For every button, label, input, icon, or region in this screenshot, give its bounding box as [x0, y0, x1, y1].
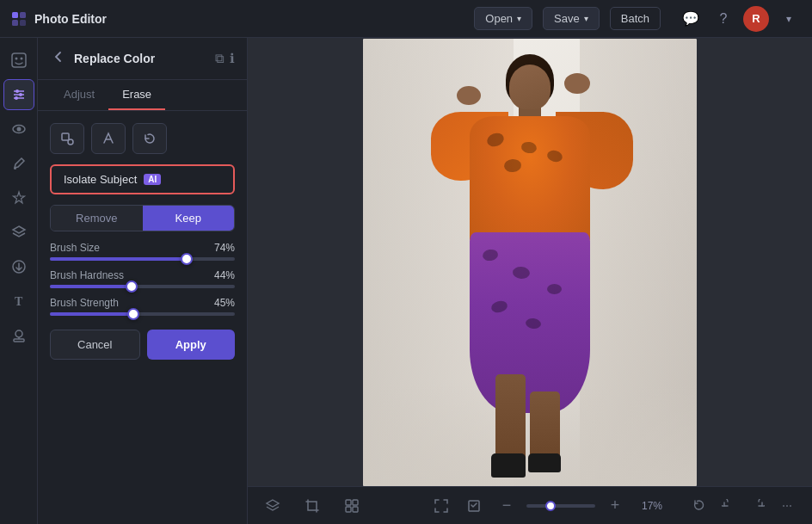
brush-tool-icon	[59, 131, 75, 146]
svg-point-12	[15, 96, 18, 100]
sidebar-layers-btn[interactable]	[3, 217, 34, 248]
svg-point-6	[20, 58, 22, 60]
photo-person	[444, 47, 616, 486]
pattern-4	[546, 148, 564, 163]
icon-sidebar: T	[0, 38, 38, 524]
open-label: Open	[485, 12, 513, 25]
apply-button[interactable]: Apply	[147, 330, 236, 360]
svg-point-19	[15, 330, 22, 337]
panel-tabs: Adjust Erase	[38, 80, 247, 111]
zoom-percentage: 17%	[635, 500, 662, 512]
expand-icon-button[interactable]: ▾	[776, 6, 802, 32]
person-left-shoe	[491, 453, 526, 478]
zoom-slider[interactable]	[526, 504, 595, 508]
svg-point-23	[68, 139, 73, 145]
brush-tool-btn[interactable]	[50, 123, 84, 154]
isolate-subject-button[interactable]: Isolate Subject AI	[50, 164, 235, 194]
text-icon: T	[11, 293, 27, 309]
svg-point-15	[14, 167, 16, 170]
sidebar-brush-btn[interactable]	[3, 148, 34, 179]
stamp-icon	[11, 328, 27, 343]
keep-toggle-btn[interactable]: Keep	[143, 206, 235, 231]
canvas-main[interactable]	[248, 38, 812, 486]
skirt-pattern-4	[490, 299, 509, 313]
fit-screen-btn[interactable]	[428, 493, 454, 519]
svg-point-5	[15, 58, 17, 60]
undo-icon	[722, 499, 735, 513]
sidebar-export-btn[interactable]	[3, 251, 34, 282]
avatar[interactable]: R	[743, 6, 769, 32]
paint-tool-btn[interactable]	[91, 123, 126, 154]
remove-toggle-btn[interactable]: Remove	[51, 206, 143, 231]
brush-hardness-label: Brush Hardness	[50, 269, 124, 281]
layers-view-icon	[265, 498, 280, 514]
sidebar-stamp-btn[interactable]	[3, 320, 34, 351]
crop2-btn[interactable]	[461, 493, 487, 519]
isolate-subject-label: Isolate Subject	[64, 173, 137, 186]
skirt-pattern-2	[512, 266, 530, 280]
undo-redo-group: ⋯	[686, 493, 800, 519]
brush-hardness-track[interactable]	[50, 285, 235, 288]
svg-rect-25	[353, 500, 358, 505]
layers-view-btn[interactable]	[260, 493, 286, 519]
redo-icon	[751, 499, 765, 513]
svg-rect-0	[12, 12, 18, 18]
brush-size-track[interactable]	[50, 257, 235, 261]
skirt-pattern-5	[525, 317, 541, 329]
person-left-hand	[457, 86, 481, 105]
grid-btn[interactable]	[339, 493, 365, 519]
crop-btn[interactable]	[299, 493, 325, 519]
tab-adjust[interactable]: Adjust	[50, 80, 108, 110]
redo-btn[interactable]	[745, 493, 771, 519]
bottom-bar: − + 17%	[248, 486, 812, 524]
save-button[interactable]: Save ▾	[543, 7, 600, 30]
person-face	[509, 65, 551, 109]
chat-icon-button[interactable]: 💬	[678, 6, 704, 32]
brush-strength-slider-row: Brush Strength 45%	[50, 297, 235, 316]
history-btn[interactable]	[686, 493, 712, 519]
reset-tool-btn[interactable]	[132, 123, 167, 154]
panel-header: Replace Color ⧉ ℹ	[38, 38, 247, 80]
sidebar-face-btn[interactable]	[3, 45, 34, 76]
export-icon	[11, 259, 27, 274]
zoom-in-btn[interactable]: +	[602, 493, 628, 519]
pattern-1	[485, 131, 506, 149]
back-button[interactable]	[50, 48, 67, 69]
adjustments-icon	[11, 87, 27, 102]
photo-canvas	[363, 39, 697, 486]
brush-strength-label: Brush Strength	[50, 297, 119, 309]
panel-title: Replace Color	[74, 52, 155, 65]
sidebar-adjustments-btn[interactable]	[3, 79, 34, 110]
zoom-out-btn[interactable]: −	[494, 493, 520, 519]
info-icon-button[interactable]: ℹ	[230, 51, 235, 66]
grid-icon	[344, 498, 360, 514]
zoom-controls: − + 17%	[428, 493, 662, 519]
topbar-icons: 💬 ? R ▾	[678, 6, 802, 32]
history-icon	[692, 499, 706, 513]
sidebar-eye-btn[interactable]	[3, 114, 34, 145]
brush-strength-track[interactable]	[50, 312, 235, 316]
duplicate-icon-button[interactable]: ⧉	[215, 51, 225, 66]
batch-button[interactable]: Batch	[610, 7, 661, 30]
logo-icon	[10, 10, 28, 28]
sidebar-effects-btn[interactable]	[3, 182, 34, 213]
crop2-icon	[466, 498, 482, 514]
open-button[interactable]: Open ▾	[474, 7, 532, 30]
help-icon-button[interactable]: ?	[710, 6, 736, 32]
pattern-3	[503, 158, 521, 173]
cancel-button[interactable]: Cancel	[50, 330, 140, 360]
eye-icon	[11, 121, 27, 137]
save-chevron-icon: ▾	[584, 14, 588, 23]
person-left-leg	[495, 374, 526, 460]
app-title: Photo Editor	[34, 12, 107, 26]
sidebar-text-btn[interactable]: T	[3, 286, 34, 317]
person-right-hand	[564, 73, 590, 94]
undo-btn[interactable]	[716, 493, 741, 519]
pattern-2	[520, 140, 538, 154]
brush-size-value: 74%	[214, 242, 235, 254]
more-btn[interactable]: ⋯	[774, 493, 800, 519]
save-label: Save	[554, 12, 580, 25]
tab-erase[interactable]: Erase	[108, 80, 165, 110]
svg-rect-20	[14, 339, 24, 342]
skirt-pattern-1	[482, 248, 499, 262]
